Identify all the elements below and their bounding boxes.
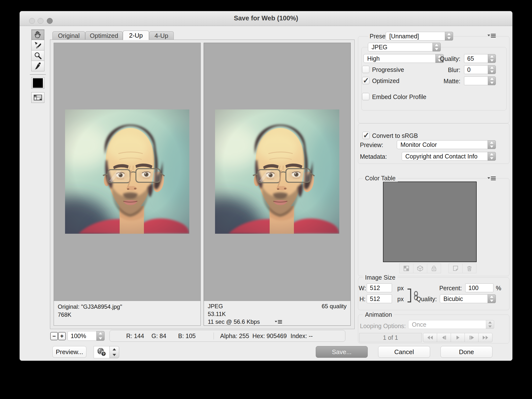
tab-4-up[interactable]: 4-Up xyxy=(149,31,174,40)
height-label: H: xyxy=(359,296,366,303)
blur-value: 0 xyxy=(467,66,471,73)
looping-options-value: Once xyxy=(412,321,426,328)
svg-text:?: ? xyxy=(102,352,105,356)
optimized-image-area xyxy=(204,43,350,301)
zoom-out-button[interactable]: − xyxy=(50,332,58,340)
blur-field[interactable]: 0 xyxy=(464,65,488,74)
done-button[interactable]: Done xyxy=(441,346,492,358)
width-label: W: xyxy=(359,285,366,292)
color-table-title: Color Table xyxy=(363,175,398,182)
optimized-checkbox[interactable] xyxy=(362,77,369,84)
eyedropper-tool[interactable] xyxy=(31,61,44,71)
zoom-tool[interactable] xyxy=(31,50,44,61)
looping-options-label: Looping Options: xyxy=(360,323,406,330)
resample-quality-value: Bicubic xyxy=(443,295,463,302)
tab-optimized[interactable]: Optimized xyxy=(85,31,123,40)
lock-color-icon xyxy=(427,264,441,273)
width-field[interactable]: 512 xyxy=(367,283,392,292)
zoom-level-value: 100% xyxy=(71,332,86,340)
cancel-button[interactable]: Cancel xyxy=(378,346,430,358)
optimized-format: JPEG xyxy=(208,303,223,310)
zoom-level-stepper[interactable] xyxy=(96,331,105,341)
web-shift-icon xyxy=(413,264,427,273)
first-frame-icon xyxy=(426,335,434,340)
slice-select-icon xyxy=(34,41,42,49)
color-table-swatch-area xyxy=(383,182,477,262)
percent-unit: % xyxy=(496,285,501,292)
previous-frame-icon xyxy=(440,335,448,340)
height-unit: px xyxy=(397,296,404,303)
metadata-popup[interactable]: Copyright and Contact Info xyxy=(402,152,496,161)
browser-select-stepper[interactable] xyxy=(109,346,119,358)
embed-color-profile-checkbox[interactable] xyxy=(362,93,369,100)
status-divider xyxy=(214,332,214,340)
convert-srgb-label: Convert to sRGB xyxy=(372,132,418,139)
format-popup[interactable]: JPEG xyxy=(368,43,441,51)
height-value: 512 xyxy=(370,295,380,302)
eyedropper-icon xyxy=(34,62,42,70)
optimized-quality: 65 quality xyxy=(322,303,347,310)
color-swatch[interactable] xyxy=(31,77,44,89)
save-for-web-dialog: Save for Web (100%) Original Optimized 2… xyxy=(19,11,513,361)
original-image-area xyxy=(54,43,200,301)
quality-field[interactable]: 65 xyxy=(464,54,488,63)
status-index: Index: -- xyxy=(291,332,313,340)
hand-icon xyxy=(34,31,42,39)
original-filesize: 768K xyxy=(58,311,71,318)
desktop: { "window": { "title": "Save for Web (10… xyxy=(0,0,532,399)
tab-original[interactable]: Original xyxy=(52,31,85,40)
matte-label: Matte: xyxy=(418,78,460,85)
next-frame-button xyxy=(465,333,479,342)
progressive-label: Progressive xyxy=(372,66,404,73)
last-frame-button xyxy=(478,333,492,342)
format-value: JPEG xyxy=(372,44,387,51)
titlebar[interactable]: Save for Web (100%) xyxy=(20,11,512,26)
looping-options-popup: Once xyxy=(408,320,494,329)
preview-mode-value: Monitor Color xyxy=(400,141,437,148)
quality-label: Quality: xyxy=(418,55,460,62)
toggle-slices-visibility[interactable] xyxy=(31,92,44,103)
original-preview-pane[interactable]: Original: "GJ3A8954.jpg" 768K xyxy=(54,43,201,326)
preview-panel: Original: "GJ3A8954.jpg" 768K JPEG 65 qu… xyxy=(50,40,355,329)
metadata-value: Copyright and Contact Info xyxy=(405,153,477,160)
color-table-menu-icon[interactable] xyxy=(487,176,497,181)
preset-value: [Unnamed] xyxy=(389,33,419,40)
optimized-preview-pane[interactable]: JPEG 65 quality 53.11K 11 sec @ 56.6 Kbp… xyxy=(204,43,351,326)
blur-stepper[interactable] xyxy=(488,65,496,74)
play-icon xyxy=(454,335,461,340)
width-value: 512 xyxy=(370,284,380,291)
frame-indicator: 1 of 1 xyxy=(359,333,422,342)
status-green: G: 84 xyxy=(151,332,166,340)
hand-tool[interactable] xyxy=(31,29,44,40)
tab-2-up[interactable]: 2-Up xyxy=(123,31,149,40)
progressive-checkbox[interactable] xyxy=(362,66,369,73)
preview-mode-label: Preview: xyxy=(360,141,383,149)
zoom-in-button[interactable]: + xyxy=(58,332,66,340)
browser-globe-icon: ? xyxy=(96,347,107,357)
new-color-ic on xyxy=(449,264,463,273)
quality-value: 65 xyxy=(467,55,474,62)
convert-srgb-checkbox[interactable] xyxy=(362,132,370,139)
save-button[interactable]: Save... xyxy=(316,346,368,358)
embed-color-profile-label: Embed Color Profile xyxy=(372,93,426,100)
status-hex: Hex: 905469 xyxy=(252,332,287,340)
height-field[interactable]: 512 xyxy=(367,294,392,303)
image-size-title: Image Size xyxy=(363,274,398,281)
animation-playback-controls xyxy=(423,333,492,342)
zoom-level-field[interactable]: 100% xyxy=(67,331,97,341)
quality-stepper[interactable] xyxy=(488,54,496,63)
resample-quality-popup[interactable]: Bicubic xyxy=(440,294,496,303)
matte-stepper[interactable] xyxy=(488,76,496,85)
next-frame-icon xyxy=(468,335,475,340)
matte-field[interactable] xyxy=(464,76,488,85)
original-info-strip: Original: "GJ3A8954.jpg" 768K xyxy=(54,301,200,325)
preview-in-browser-button[interactable]: Preview... xyxy=(52,346,86,358)
percent-label: Percent: xyxy=(425,285,462,292)
preset-popup[interactable]: [Unnamed] xyxy=(386,32,453,41)
percent-field[interactable]: 100 xyxy=(465,283,493,292)
browser-select-button[interactable]: ? xyxy=(94,346,110,358)
download-speed-menu-icon[interactable] xyxy=(274,319,283,324)
preview-mode-popup[interactable]: Monitor Color xyxy=(397,140,496,149)
preset-panel-menu-icon[interactable] xyxy=(487,33,497,38)
slice-select-tool[interactable] xyxy=(31,40,44,50)
